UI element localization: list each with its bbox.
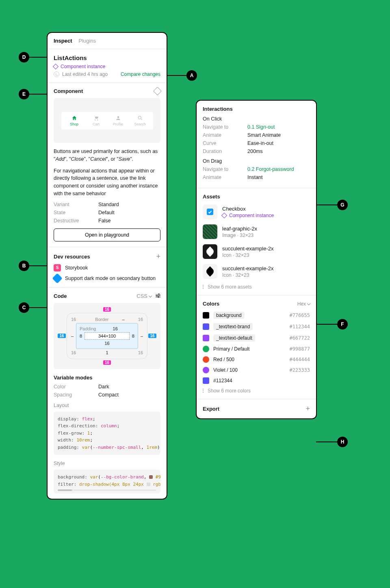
show-more-assets[interactable]: Show 6 more assets [203, 284, 310, 290]
preview-cart-tab: Cart [86, 115, 107, 126]
marker-f: F [337, 319, 348, 330]
resource-storybook[interactable]: S Storybook [54, 264, 160, 271]
color-label: Violet / 100 [213, 367, 238, 373]
color-hex: #667722 [289, 335, 310, 341]
inspect-panel: Inspect Plugins ListActions Component in… [47, 32, 167, 500]
tab-inspect[interactable]: Inspect [54, 38, 72, 44]
edited-row: Last edited 4 hrs ago Compare changes [54, 71, 160, 77]
component-desc-1: Buttons are used primarily for actions, … [54, 148, 160, 163]
color-row[interactable]: Red / 500#444444 [203, 356, 310, 363]
color-swatch [203, 335, 209, 341]
color-row[interactable]: background#776655 [203, 312, 310, 319]
svg-point-0 [138, 116, 141, 119]
color-hex: #998877 [289, 346, 310, 352]
checkbox-icon [207, 209, 213, 215]
instance-diamond-icon [53, 64, 58, 69]
colors-section: Colors Hex background#776655_text/text-b… [197, 295, 316, 399]
user-icon [115, 115, 121, 121]
color-row[interactable]: #112344 [203, 377, 310, 384]
code-section: Code CSS 16 16 16Border–16 – Padding16 8… [48, 288, 167, 499]
marker-d: D [19, 52, 29, 62]
properties-panel: Interactions On Click Navigate to0.1 Sig… [196, 100, 317, 419]
open-playground-button[interactable]: Open in playground [54, 228, 160, 241]
show-more-colors[interactable]: Show 6 more colors [203, 388, 310, 394]
asset-succulent-2[interactable]: succulent-example-2xIcon · 32×23 [203, 264, 310, 279]
image-thumb [203, 224, 217, 239]
color-row[interactable]: _text/text-default#667722 [203, 334, 310, 342]
more-icon [203, 389, 204, 393]
add-resource-icon[interactable]: + [156, 252, 160, 261]
color-row[interactable]: Primary / Default#998877 [203, 346, 310, 352]
marker-b: B [19, 261, 29, 271]
leaf-icon [205, 266, 215, 276]
dev-resources-title: Dev resources [54, 254, 90, 260]
export-section: Export + [197, 399, 316, 418]
header-section: ListActions Component instance Last edit… [48, 49, 167, 83]
svg-line-1 [141, 118, 142, 120]
marker-e: E [19, 89, 29, 99]
component-preview: Shop Cart Profile Search [54, 98, 160, 143]
trigger-click: On Click [203, 116, 310, 122]
color-row[interactable]: _text/text-brand#112344 [203, 323, 310, 330]
color-swatch [203, 356, 209, 363]
marker-c: C [19, 302, 29, 313]
asset-succulent-1[interactable]: succulent-example-2xIcon · 32×23 [203, 244, 310, 259]
component-section-title: Component [54, 88, 83, 94]
layout-code-block[interactable]: display: flex; flex-direction: column; f… [54, 411, 160, 455]
clock-icon [54, 71, 59, 77]
marker-a: A [186, 70, 197, 81]
icon-thumb-dark [203, 244, 217, 259]
color-label: _text/text-brand [213, 323, 253, 330]
more-icon [203, 285, 204, 289]
color-format-select[interactable]: Hex [297, 301, 310, 307]
varmodes-title: Variable modes [54, 375, 160, 381]
color-label: background [213, 312, 245, 319]
icon-thumb-light [203, 264, 217, 279]
color-swatch [203, 367, 209, 373]
storybook-icon: S [54, 264, 61, 271]
asset-checkbox[interactable]: CheckboxComponent instance [203, 205, 310, 219]
asset-leaf[interactable]: leaf-graphic-2xImage · 32×23 [203, 224, 310, 239]
colors-title: Colors [203, 301, 219, 307]
color-swatch [203, 346, 209, 352]
leaf-icon [205, 246, 215, 256]
instance-row: Component instance [54, 64, 160, 69]
interactions-section: Interactions On Click Navigate to0.1 Sig… [197, 101, 316, 188]
dev-resources-section: Dev resources + S Storybook Support dark… [48, 247, 167, 288]
resource-jira[interactable]: Support dark mode on secondary button [54, 275, 160, 282]
instance-label[interactable]: Component instance [61, 64, 105, 69]
style-title: Style [54, 461, 160, 466]
assets-title: Assets [203, 194, 310, 200]
instance-diamond-icon [221, 212, 227, 218]
tag-icon[interactable] [153, 87, 162, 95]
code-lang-select[interactable]: CSS [136, 293, 152, 299]
marker-g: G [337, 200, 348, 210]
tab-plugins[interactable]: Plugins [79, 38, 96, 44]
compare-changes-link[interactable]: Compare changes [121, 71, 160, 77]
style-code-block[interactable]: background: var(--bg-color-brand, #97655… [54, 470, 160, 493]
settings-icon[interactable] [156, 293, 160, 299]
search-icon [137, 115, 143, 121]
preview-tabbar: Shop Cart Profile Search [61, 112, 153, 129]
preview-profile-tab: Profile [108, 115, 129, 126]
assets-section: Assets CheckboxComponent instance leaf-g… [197, 188, 316, 295]
component-name-title: ListActions [54, 54, 160, 61]
color-hex: #444444 [289, 357, 310, 362]
home-icon [72, 115, 77, 121]
chevron-down-icon [149, 294, 152, 297]
chevron-down-icon [307, 302, 310, 305]
color-hex: #112344 [289, 324, 310, 330]
layout-title: Layout [54, 403, 160, 408]
color-swatch [203, 312, 209, 319]
code-scrollbar[interactable] [58, 489, 156, 491]
trigger-drag: On Drag [203, 158, 310, 164]
color-hex: #776655 [289, 312, 310, 318]
interactions-title: Interactions [203, 106, 310, 112]
color-row[interactable]: Violet / 100#223333 [203, 367, 310, 373]
jira-icon [52, 273, 62, 283]
last-edited-text: Last edited 4 hrs ago [62, 71, 108, 77]
add-export-icon[interactable]: + [306, 405, 310, 413]
color-label: Red / 500 [213, 357, 234, 362]
export-title: Export [203, 406, 219, 412]
code-title: Code [54, 293, 67, 299]
